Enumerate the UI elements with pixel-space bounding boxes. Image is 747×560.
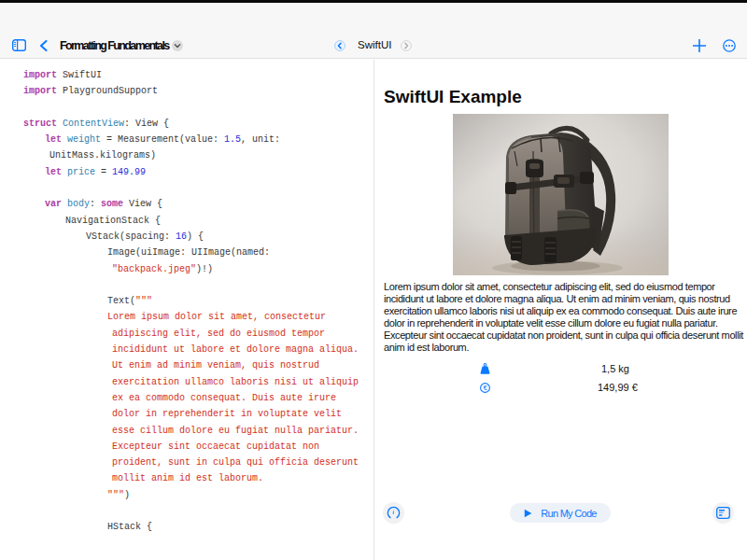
svg-text:€: € [483, 384, 487, 392]
